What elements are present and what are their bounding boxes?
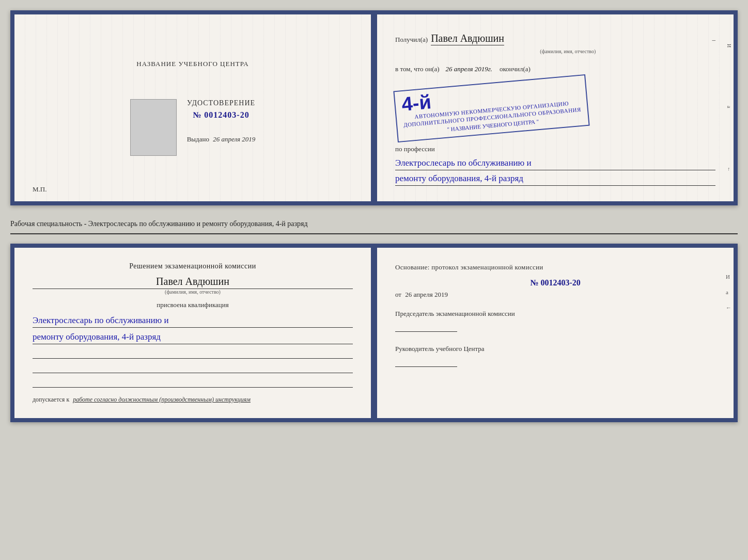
dopusk-text: работе согласно должностным (производств…: [73, 396, 251, 403]
predsedatel-section: Председатель экзаменационной комиссии: [395, 309, 715, 334]
predsedatel-sig-line: [395, 322, 457, 332]
recipient-name: Павел Авдюшин: [431, 33, 504, 45]
predsedatel-label: Председатель экзаменационной комиссии: [395, 309, 715, 318]
bottom-recipient-name: Павел Авдюшин: [33, 276, 353, 289]
kvalif-line1: Электрослесарь по обслуживанию и: [33, 313, 353, 328]
vtom-label: в том, что он(а): [395, 64, 440, 75]
uchebniy-centr-label: НАЗВАНИЕ УЧЕБНОГО ЦЕНТРА: [136, 60, 248, 68]
sig-line-3: [33, 377, 353, 388]
bottom-right-page: Основание: протокол экзаменационной коми…: [377, 248, 734, 418]
kvalif-line2: ремонту оборудования, 4-й разряд: [33, 330, 353, 344]
dopusk-label: допускается к: [33, 396, 69, 403]
dopusk-section: допускается к работе согласно должностны…: [33, 396, 353, 404]
edge-mark-1: И: [726, 44, 732, 47]
protocol-number: № 0012403-20: [395, 278, 715, 287]
udostoverenie-block: УДОСТОВЕРЕНИЕ № 0012403-20: [187, 99, 256, 120]
ot-date: от 26 апреля 2019: [395, 291, 715, 299]
booklet-spine: [371, 14, 377, 201]
rukovoditel-section: Руководитель учебного Центра: [395, 344, 715, 369]
vtom-section: в том, что он(а) 26 апреля 2019г. окончи…: [395, 64, 715, 75]
top-booklet: НАЗВАНИЕ УЧЕБНОГО ЦЕНТРА УДОСТОВЕРЕНИЕ №…: [10, 10, 738, 205]
photo-placeholder: [130, 99, 177, 156]
okoncil-label: окончил(а): [500, 64, 531, 75]
vydano-line: Выдано 26 апреля 2019: [187, 135, 256, 143]
bottom-left-page: Решением экзаменационной комиссии Павел …: [14, 248, 371, 418]
bottom-booklet-spine: [371, 248, 377, 418]
bottom-booklet: Решением экзаменационной комиссии Павел …: [10, 244, 738, 422]
po-professii-label: по профессии: [395, 145, 435, 153]
vtom-date: 26 апреля 2019г.: [446, 64, 492, 75]
vydano-label: Выдано: [187, 135, 209, 143]
po-professii-section: по профессии Электрослесарь по обслужива…: [395, 144, 715, 186]
ot-date-value: 26 апреля 2019: [405, 291, 448, 298]
prisvоена-label: присвоена квалификация: [33, 301, 353, 309]
poluchil-line: Получил(а) Павел Авдюшин (фамилия, имя, …: [395, 30, 715, 56]
stamp-area: 4-й АВТОНОМНУЮ НЕКОММЕРЧЕСКУЮ ОРГАНИЗАЦИ…: [395, 80, 715, 137]
top-left-page: НАЗВАНИЕ УЧЕБНОГО ЦЕНТРА УДОСТОВЕРЕНИЕ №…: [14, 14, 371, 201]
bottom-right-edge-marks: И а ←: [726, 274, 731, 311]
middle-description: Рабочая специальность - Электрослесарь п…: [10, 215, 738, 234]
profession-line1: Электрослесарь по обслуживанию и: [395, 156, 715, 170]
vydano-date: 26 апреля 2019: [213, 135, 255, 143]
bottom-edge-3: ←: [726, 305, 731, 311]
profession-line2: ремонту оборудования, 4-й разряд: [395, 171, 715, 186]
top-right-page: Получил(а) Павел Авдюшин (фамилия, имя, …: [377, 14, 734, 201]
osnovanie-label: Основание: протокол экзаменационной коми…: [395, 262, 715, 273]
bottom-edge-2: а: [726, 289, 731, 295]
bottom-edge-1: И: [726, 274, 731, 280]
udostoverenie-title: УДОСТОВЕРЕНИЕ: [187, 99, 256, 107]
edge-mark-3: ←: [726, 167, 732, 172]
udostoverenie-number: № 0012403-20: [187, 110, 256, 120]
fio-subtitle: (фамилия, имя, отчество): [431, 47, 705, 56]
mp-label: М.П.: [33, 185, 46, 194]
poluchil-label: Получил(а): [395, 35, 428, 45]
rukovoditel-label: Руководитель учебного Центра: [395, 344, 715, 354]
sig-line-1: [33, 348, 353, 359]
edge-mark-2: а: [726, 106, 732, 108]
resheniem-title: Решением экзаменационной комиссии: [33, 262, 353, 270]
bottom-fio-subtitle: (фамилия, имя, отчество): [33, 289, 353, 295]
right-edge-marks: И а ←: [724, 14, 734, 201]
stamp-box: 4-й АВТОНОМНУЮ НЕКОММЕРЧЕСКУЮ ОРГАНИЗАЦИ…: [393, 74, 589, 142]
ot-label: от: [395, 291, 401, 298]
sig-line-2: [33, 363, 353, 373]
rukovoditel-sig-line: [395, 357, 457, 367]
